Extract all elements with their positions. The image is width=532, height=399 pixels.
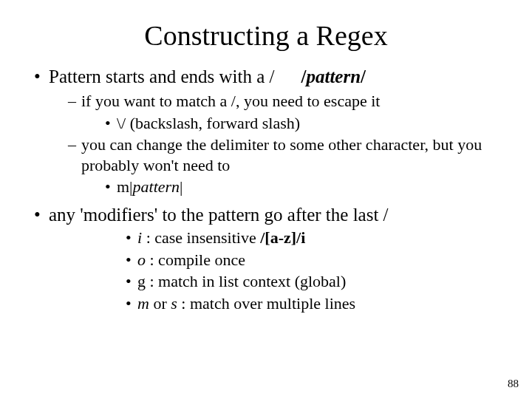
sub-escape-slash: if you want to match a /, you need to es… (68, 91, 511, 133)
bullet-list-level2: if you want to match a /, you need to es… (68, 91, 511, 197)
sub-escape-example: \/ (backslash, forward slash) (105, 113, 511, 134)
sub-change-delim: you can change the delimiter to some oth… (68, 134, 511, 197)
bullet-modifiers: any 'modifiers' to the pattern go after … (34, 203, 511, 313)
bullet-list-level1: Pattern starts and ends with a //pattern… (34, 65, 511, 197)
mod-desc: : case insensitive (142, 228, 260, 247)
mod-m-s: m or s : match over multiple lines (126, 293, 511, 314)
slide: Constructing a Regex Pattern starts and … (0, 0, 532, 399)
bullet-text: any 'modifiers' to the pattern go after … (49, 205, 389, 225)
mod-letter: m (137, 294, 153, 313)
slide-title: Constructing a Regex (21, 19, 511, 52)
mod-i: i : case insensitive /[a-z]/i (126, 228, 511, 248)
bullet-list-level3: \/ (backslash, forward slash) (105, 113, 511, 134)
mod-o: o : compile once (126, 250, 511, 270)
m-open: m| (117, 177, 133, 196)
mod-desc: : compile once (146, 250, 245, 269)
sub-change-delim-example: m|pattern| (105, 177, 511, 197)
mod-letter: s (171, 294, 177, 313)
bullet-list-level3: m|pattern| (105, 177, 511, 197)
m-close: | (180, 177, 183, 196)
mod-letter: o (137, 250, 146, 269)
bullet-text: Pattern starts and ends with a / (49, 66, 275, 86)
mod-or: or (153, 294, 171, 313)
bullet-list-level1: any 'modifiers' to the pattern go after … (34, 203, 511, 313)
mod-g: g : match in list context (global) (126, 271, 511, 292)
pattern-slash-close: / (361, 66, 366, 86)
mod-desc: : match over multiple lines (177, 294, 355, 313)
pattern-word: pattern (306, 66, 361, 86)
m-pattern: pattern (133, 177, 180, 196)
sub-text: if you want to match a /, you need to es… (81, 92, 380, 110)
sub-text: you can change the delimiter to some oth… (81, 135, 482, 174)
modifiers-list: i : case insensitive /[a-z]/i o : compil… (126, 228, 511, 313)
page-number: 88 (508, 378, 519, 390)
mod-example: /[a-z]/i (260, 228, 305, 247)
bullet-pattern-delimiter: Pattern starts and ends with a //pattern… (34, 65, 511, 197)
